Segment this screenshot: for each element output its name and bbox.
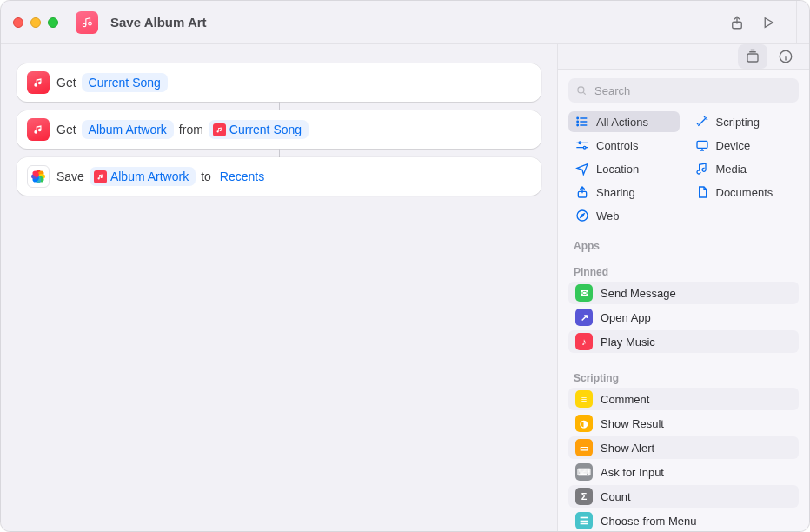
section-label-pinned: Pinned: [558, 257, 809, 282]
scripting-comment[interactable]: ≡Comment: [568, 388, 799, 410]
variable-token[interactable]: Album Artwork: [90, 167, 196, 186]
pinned-send-message[interactable]: ✉Send Message: [568, 282, 799, 304]
action-icon: ≡: [575, 390, 593, 408]
svg-point-9: [579, 142, 581, 144]
run-button[interactable]: [753, 9, 784, 37]
action-save-album-artwork[interactable]: Save Album Artwork to Recents: [17, 157, 541, 196]
minimize-button[interactable]: [30, 17, 41, 28]
share-icon: [729, 15, 745, 30]
desktop-icon: [695, 138, 709, 152]
variable-token[interactable]: Current Song: [209, 120, 309, 139]
titlebar-right: [721, 1, 797, 44]
pinned-play-music[interactable]: ♪Play Music: [568, 330, 799, 353]
category-web[interactable]: Web: [568, 205, 680, 226]
category-scripting[interactable]: Scripting: [688, 111, 800, 132]
action-label: Play Music: [601, 336, 655, 349]
zoom-button[interactable]: [48, 17, 58, 28]
titlebar: Save Album Art: [1, 1, 809, 44]
scripting-choose-from-menu[interactable]: ☰Choose from Menu: [568, 509, 799, 532]
titlebar-divider: [796, 1, 797, 44]
action-label: Open App: [601, 311, 651, 324]
info-button[interactable]: [771, 44, 800, 69]
action-icon: ◑: [575, 415, 593, 432]
action-icon: ⌨: [575, 463, 593, 481]
workflow-canvas[interactable]: Get Current Song Get Album Artwork from: [1, 44, 557, 531]
action-connector-word: from: [179, 123, 203, 136]
action-text: Get Current Song: [56, 73, 168, 92]
scripting-ask-for-input[interactable]: ⌨Ask for Input: [568, 461, 799, 483]
nav-icon: [575, 162, 589, 176]
action-icon: ▭: [575, 439, 593, 456]
scripting-list: ≡Comment◑Show Result▭Show Alert⌨Ask for …: [558, 388, 809, 532]
category-controls[interactable]: Controls: [568, 135, 680, 156]
scripting-show-result[interactable]: ◑Show Result: [568, 412, 799, 435]
workflow-stack: Get Current Song Get Album Artwork from: [17, 63, 541, 196]
photos-app-icon: [27, 165, 50, 188]
category-sharing[interactable]: Sharing: [568, 182, 680, 203]
action-connector-word: to: [201, 170, 211, 183]
action-icon: ☰: [575, 512, 593, 529]
scripting-show-alert[interactable]: ▭Show Alert: [568, 436, 799, 459]
music-mini-icon: [94, 170, 107, 183]
play-icon: [760, 15, 776, 30]
category-label: Media: [716, 163, 747, 176]
close-button[interactable]: [13, 17, 23, 28]
shortcut-icon: [76, 11, 98, 34]
share-button[interactable]: [721, 9, 753, 37]
search-field[interactable]: [568, 78, 799, 103]
token-label: Album Artwork: [110, 170, 189, 183]
section-label-scripting: Scripting: [558, 363, 809, 388]
category-documents[interactable]: Documents: [688, 182, 800, 203]
svg-point-10: [583, 146, 586, 149]
wand-icon: [695, 115, 709, 129]
music-app-icon: [27, 71, 50, 94]
window-controls: [13, 17, 58, 28]
category-label: Sharing: [596, 186, 635, 199]
action-label: Count: [601, 490, 631, 503]
connector: [17, 102, 541, 110]
action-icon: ✉: [575, 284, 593, 302]
action-verb: Save: [56, 170, 84, 183]
action-label: Send Message: [601, 287, 676, 300]
category-all-actions[interactable]: All Actions: [568, 111, 680, 132]
category-media[interactable]: Media: [688, 158, 800, 179]
category-label: All Actions: [596, 116, 648, 129]
scripting-count[interactable]: ΣCount: [568, 485, 799, 508]
library-toggle-button[interactable]: [738, 44, 767, 69]
connector: [17, 149, 541, 157]
variable-token[interactable]: Album Artwork: [82, 120, 174, 139]
category-label: Web: [596, 209, 620, 223]
action-get-current-song[interactable]: Get Current Song: [17, 63, 541, 102]
music-app-icon: [27, 118, 50, 141]
category-device[interactable]: Device: [688, 135, 800, 156]
action-label: Comment: [601, 393, 649, 406]
search-wrap: [558, 70, 809, 111]
search-icon: [575, 84, 588, 96]
category-location[interactable]: Location: [568, 158, 680, 179]
variable-token[interactable]: Current Song: [82, 73, 168, 92]
svg-point-1: [89, 22, 92, 25]
search-input[interactable]: [594, 84, 792, 97]
pinned-open-app[interactable]: ↗Open App: [568, 306, 799, 329]
category-label: Scripting: [716, 116, 760, 129]
action-icon: ♪: [575, 333, 593, 350]
library-icon: [745, 49, 760, 64]
info-icon: [778, 49, 793, 64]
action-label: Show Result: [601, 417, 664, 430]
svg-point-13: [577, 210, 588, 221]
svg-point-8: [577, 124, 579, 126]
destination-link[interactable]: Recents: [216, 167, 268, 186]
window-title: Save Album Art: [110, 15, 207, 30]
category-label: Location: [596, 163, 639, 176]
music-mini-icon: [213, 123, 226, 136]
sidebar-toolbar: [558, 44, 809, 70]
sliders-icon: [575, 138, 589, 152]
list-icon: [575, 115, 589, 129]
action-label: Choose from Menu: [601, 515, 697, 528]
action-verb: Get: [56, 123, 76, 136]
action-icon: ↗: [575, 309, 593, 326]
svg-rect-3: [747, 54, 758, 62]
token-label: Current Song: [229, 123, 302, 136]
action-icon: Σ: [575, 488, 593, 505]
action-get-album-artwork[interactable]: Get Album Artwork from Current Song: [17, 110, 541, 149]
